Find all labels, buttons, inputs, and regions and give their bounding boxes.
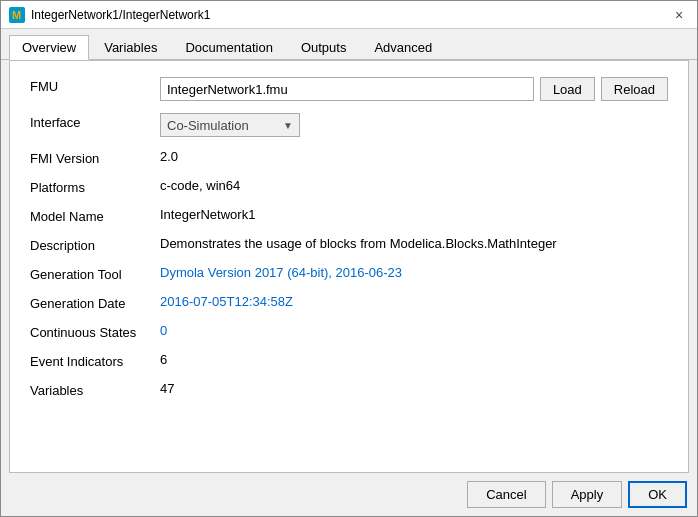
app-icon: M [9,7,25,23]
load-button[interactable]: Load [540,77,595,101]
title-bar-left: M IntegerNetwork1/IntegerNetwork1 [9,7,210,23]
gen-date-row: Generation Date 2016-07-05T12:34:58Z [30,294,668,311]
reload-button[interactable]: Reload [601,77,668,101]
platforms-row: Platforms c-code, win64 [30,178,668,195]
description-value: Demonstrates the usage of blocks from Mo… [160,236,668,251]
event-ind-value: 6 [160,352,668,367]
platforms-label: Platforms [30,178,160,195]
fmi-version-row: FMI Version 2.0 [30,149,668,166]
fmi-version-value: 2.0 [160,149,668,164]
gen-date-label: Generation Date [30,294,160,311]
model-name-row: Model Name IntegerNetwork1 [30,207,668,224]
fmi-version-label: FMI Version [30,149,160,166]
svg-text:M: M [12,9,21,21]
gen-tool-label: Generation Tool [30,265,160,282]
content-panel: FMU Load Reload Interface Co-Simulation … [9,60,689,473]
fmu-control-group: Load Reload [160,77,668,101]
gen-tool-value: Dymola Version 2017 (64-bit), 2016-06-23 [160,265,668,280]
cancel-button[interactable]: Cancel [467,481,545,508]
interface-select[interactable]: Co-Simulation ▼ [160,113,300,137]
fmu-input[interactable] [160,77,534,101]
tab-documentation[interactable]: Documentation [172,35,285,59]
tab-variables[interactable]: Variables [91,35,170,59]
event-ind-label: Event Indicators [30,352,160,369]
model-name-label: Model Name [30,207,160,224]
variables-label: Variables [30,381,160,398]
tab-overview[interactable]: Overview [9,35,89,60]
footer: Cancel Apply OK [1,473,697,516]
gen-tool-row: Generation Tool Dymola Version 2017 (64-… [30,265,668,282]
interface-value: Co-Simulation [167,118,249,133]
model-name-value: IntegerNetwork1 [160,207,668,222]
ok-button[interactable]: OK [628,481,687,508]
description-row: Description Demonstrates the usage of bl… [30,236,668,253]
cont-states-row: Continuous States 0 [30,323,668,340]
window-title: IntegerNetwork1/IntegerNetwork1 [31,8,210,22]
tab-bar: Overview Variables Documentation Outputs… [1,29,697,60]
cont-states-value: 0 [160,323,668,338]
tab-advanced[interactable]: Advanced [361,35,445,59]
apply-button[interactable]: Apply [552,481,623,508]
main-window: M IntegerNetwork1/IntegerNetwork1 × Over… [0,0,698,517]
interface-row: Interface Co-Simulation ▼ [30,113,668,137]
gen-date-value: 2016-07-05T12:34:58Z [160,294,668,309]
variables-row: Variables 47 [30,381,668,398]
event-ind-row: Event Indicators 6 [30,352,668,369]
cont-states-label: Continuous States [30,323,160,340]
fmu-label: FMU [30,77,160,94]
chevron-down-icon: ▼ [283,120,293,131]
platforms-value: c-code, win64 [160,178,668,193]
description-label: Description [30,236,160,253]
tab-outputs[interactable]: Outputs [288,35,360,59]
title-bar: M IntegerNetwork1/IntegerNetwork1 × [1,1,697,29]
interface-label: Interface [30,113,160,130]
fmu-row: FMU Load Reload [30,77,668,101]
variables-value: 47 [160,381,668,396]
close-button[interactable]: × [669,5,689,25]
